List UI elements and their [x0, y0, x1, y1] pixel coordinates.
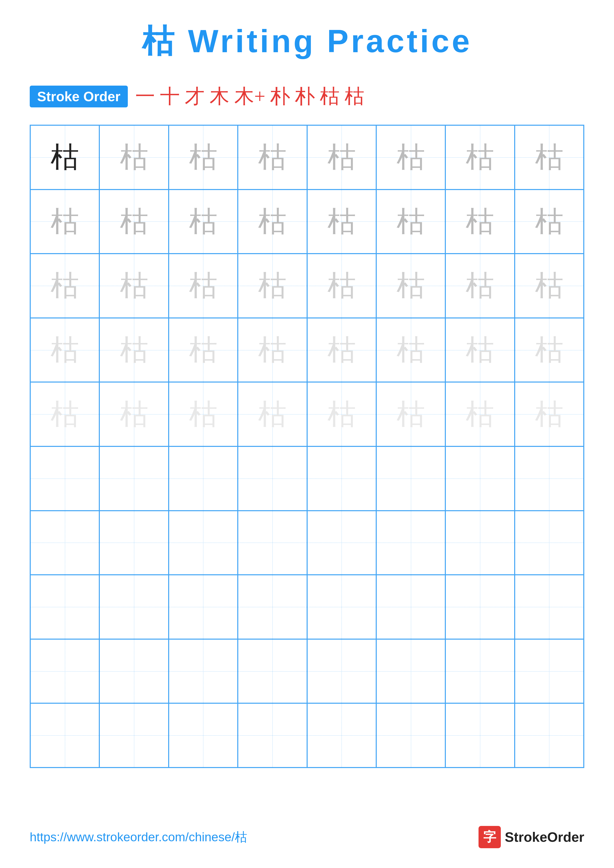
char-r4c3: 枯 [189, 336, 218, 364]
grid-cell-r8c6[interactable] [376, 575, 445, 639]
grid-cell-r6c4[interactable] [238, 446, 307, 511]
char-r5c1: 枯 [51, 400, 79, 429]
stroke-3: 才 [185, 83, 205, 110]
grid-cell-r6c7[interactable] [445, 446, 515, 511]
char-r1c8: 枯 [535, 143, 563, 172]
grid-cell-r8c2[interactable] [99, 575, 168, 639]
char-r4c5: 枯 [328, 336, 356, 364]
char-r4c1: 枯 [51, 336, 79, 364]
grid-cell-r1c2[interactable]: 枯 [99, 125, 168, 189]
grid-cell-r10c6[interactable] [376, 703, 445, 767]
grid-cell-r1c7[interactable]: 枯 [445, 125, 515, 189]
grid-cell-r7c3[interactable] [169, 511, 238, 575]
grid-cell-r7c5[interactable] [307, 511, 376, 575]
title-text: 枯 Writing Practice [142, 23, 472, 59]
grid-cell-r3c7[interactable]: 枯 [445, 254, 515, 318]
grid-cell-r3c1[interactable]: 枯 [30, 254, 99, 318]
grid-cell-r1c6[interactable]: 枯 [376, 125, 445, 189]
grid-cell-r5c6[interactable]: 枯 [376, 382, 445, 446]
grid-cell-r4c6[interactable]: 枯 [376, 318, 445, 382]
practice-grid: 枯 枯 枯 枯 枯 枯 枯 枯 枯 枯 枯 [30, 125, 584, 768]
grid-cell-r7c6[interactable] [376, 511, 445, 575]
grid-cell-r3c5[interactable]: 枯 [307, 254, 376, 318]
grid-cell-r2c5[interactable]: 枯 [307, 189, 376, 254]
grid-cell-r7c1[interactable] [30, 511, 99, 575]
grid-cell-r8c8[interactable] [515, 575, 584, 639]
grid-cell-r7c8[interactable] [515, 511, 584, 575]
grid-cell-r6c5[interactable] [307, 446, 376, 511]
grid-cell-r1c5[interactable]: 枯 [307, 125, 376, 189]
grid-cell-r3c6[interactable]: 枯 [376, 254, 445, 318]
grid-cell-r1c3[interactable]: 枯 [169, 125, 238, 189]
grid-cell-r9c6[interactable] [376, 639, 445, 704]
grid-cell-r8c5[interactable] [307, 575, 376, 639]
grid-cell-r3c4[interactable]: 枯 [238, 254, 307, 318]
grid-cell-r2c6[interactable]: 枯 [376, 189, 445, 254]
stroke-1: 一 [135, 83, 155, 110]
grid-cell-r10c8[interactable] [515, 703, 584, 767]
grid-cell-r10c3[interactable] [169, 703, 238, 767]
grid-cell-r9c7[interactable] [445, 639, 515, 704]
grid-cell-r4c4[interactable]: 枯 [238, 318, 307, 382]
char-r5c4: 枯 [258, 400, 286, 429]
grid-cell-r6c1[interactable] [30, 446, 99, 511]
grid-cell-r9c1[interactable] [30, 639, 99, 704]
grid-cell-r6c3[interactable] [169, 446, 238, 511]
grid-cell-r3c8[interactable]: 枯 [515, 254, 584, 318]
char-r2c7: 枯 [466, 207, 494, 236]
grid-cell-r1c1[interactable]: 枯 [30, 125, 99, 189]
grid-cell-r8c3[interactable] [169, 575, 238, 639]
footer-url[interactable]: https://www.strokeorder.com/chinese/枯 [30, 829, 247, 845]
grid-cell-r10c1[interactable] [30, 703, 99, 767]
grid-cell-r1c8[interactable]: 枯 [515, 125, 584, 189]
grid-cell-r7c2[interactable] [99, 511, 168, 575]
grid-cell-r5c8[interactable]: 枯 [515, 382, 584, 446]
char-r2c8: 枯 [535, 207, 563, 236]
stroke-2: 十 [160, 83, 180, 110]
stroke-4: 木 [210, 83, 229, 110]
grid-cell-r7c4[interactable] [238, 511, 307, 575]
grid-cell-r2c3[interactable]: 枯 [169, 189, 238, 254]
grid-cell-r3c3[interactable]: 枯 [169, 254, 238, 318]
grid-cell-r4c2[interactable]: 枯 [99, 318, 168, 382]
grid-cell-r5c7[interactable]: 枯 [445, 382, 515, 446]
grid-cell-r7c7[interactable] [445, 511, 515, 575]
grid-cell-r5c4[interactable]: 枯 [238, 382, 307, 446]
grid-cell-r9c2[interactable] [99, 639, 168, 704]
grid-cell-r4c1[interactable]: 枯 [30, 318, 99, 382]
grid-cell-r3c2[interactable]: 枯 [99, 254, 168, 318]
grid-cell-r9c5[interactable] [307, 639, 376, 704]
grid-cell-r2c4[interactable]: 枯 [238, 189, 307, 254]
grid-cell-r5c2[interactable]: 枯 [99, 382, 168, 446]
grid-cell-r9c8[interactable] [515, 639, 584, 704]
grid-cell-r10c4[interactable] [238, 703, 307, 767]
grid-cell-r2c7[interactable]: 枯 [445, 189, 515, 254]
grid-cell-r2c1[interactable]: 枯 [30, 189, 99, 254]
grid-cell-r5c3[interactable]: 枯 [169, 382, 238, 446]
char-r5c8: 枯 [535, 400, 563, 429]
grid-cell-r1c4[interactable]: 枯 [238, 125, 307, 189]
grid-cell-r4c5[interactable]: 枯 [307, 318, 376, 382]
stroke-sequence: 一 十 才 木 木+ 朴 朴 枯 枯 [135, 83, 364, 110]
grid-cell-r6c2[interactable] [99, 446, 168, 511]
grid-cell-r9c4[interactable] [238, 639, 307, 704]
char-r2c3: 枯 [189, 207, 218, 236]
grid-cell-r9c3[interactable] [169, 639, 238, 704]
grid-cell-r10c5[interactable] [307, 703, 376, 767]
grid-cell-r5c5[interactable]: 枯 [307, 382, 376, 446]
grid-cell-r10c2[interactable] [99, 703, 168, 767]
char-r5c6: 枯 [396, 400, 425, 429]
char-r1c3: 枯 [189, 143, 218, 172]
grid-cell-r2c8[interactable]: 枯 [515, 189, 584, 254]
grid-cell-r10c7[interactable] [445, 703, 515, 767]
grid-cell-r4c8[interactable]: 枯 [515, 318, 584, 382]
grid-cell-r4c7[interactable]: 枯 [445, 318, 515, 382]
grid-cell-r6c8[interactable] [515, 446, 584, 511]
grid-cell-r2c2[interactable]: 枯 [99, 189, 168, 254]
grid-cell-r8c1[interactable] [30, 575, 99, 639]
grid-cell-r4c3[interactable]: 枯 [169, 318, 238, 382]
grid-cell-r5c1[interactable]: 枯 [30, 382, 99, 446]
grid-cell-r6c6[interactable] [376, 446, 445, 511]
grid-cell-r8c7[interactable] [445, 575, 515, 639]
grid-cell-r8c4[interactable] [238, 575, 307, 639]
